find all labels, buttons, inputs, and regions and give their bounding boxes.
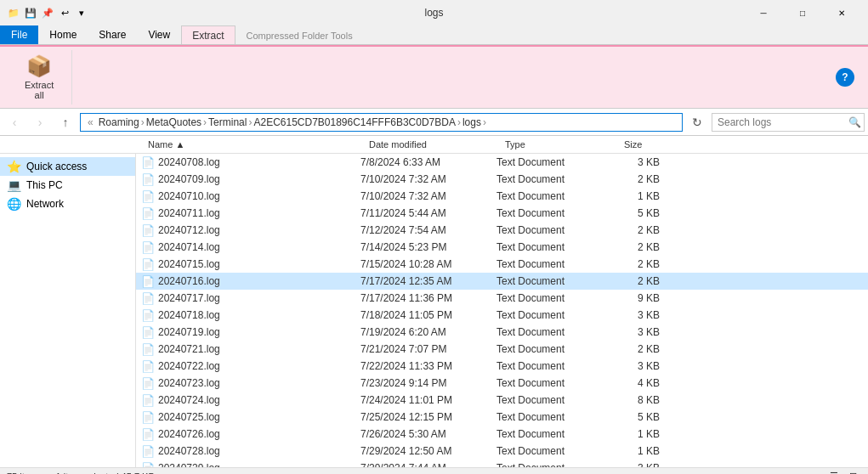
- refresh-button[interactable]: ↻: [686, 111, 708, 133]
- forward-button[interactable]: ›: [29, 111, 51, 133]
- file-size: 1 KB: [616, 445, 667, 457]
- table-row[interactable]: 📄20240716.log7/17/2024 12:35 AMText Docu…: [136, 273, 868, 290]
- file-type: Text Document: [496, 207, 616, 219]
- maximize-button[interactable]: □: [783, 0, 822, 25]
- extract-icon: 📦: [26, 54, 52, 78]
- table-row[interactable]: 📄20240708.log7/8/2024 6:33 AMText Docume…: [136, 154, 868, 171]
- address-bar: ‹ › ↑ « Roaming › MetaQuotes › Terminal …: [0, 109, 868, 136]
- file-date: 7/25/2024 12:15 PM: [360, 411, 496, 423]
- ribbon-group-extract: 📦 Extractall: [7, 50, 72, 104]
- file-size: 3 KB: [616, 326, 667, 338]
- file-size: 2 KB: [616, 275, 667, 287]
- window-title: logs: [424, 7, 443, 19]
- table-row[interactable]: 📄20240715.log7/15/2024 10:28 AMText Docu…: [136, 256, 868, 273]
- sidebar-label-quick-access: Quick access: [26, 161, 87, 172]
- table-row[interactable]: 📄20240729.log7/29/2024 7:44 AMText Docum…: [136, 460, 868, 467]
- file-date: 7/29/2024 12:50 AM: [360, 445, 496, 457]
- file-date: 7/29/2024 7:44 AM: [360, 462, 496, 467]
- file-name: 20240710.log: [156, 190, 360, 202]
- file-date: 7/23/2024 9:14 PM: [360, 377, 496, 389]
- close-button[interactable]: ✕: [822, 0, 861, 25]
- quick-access-undo[interactable]: ↩: [58, 6, 71, 20]
- table-row[interactable]: 📄20240725.log7/25/2024 12:15 PMText Docu…: [136, 409, 868, 426]
- table-row[interactable]: 📄20240709.log7/10/2024 7:32 AMText Docum…: [136, 171, 868, 188]
- sidebar-item-this-pc[interactable]: 💻 This PC: [0, 176, 135, 195]
- network-icon: 🌐: [7, 197, 21, 211]
- file-date: 7/19/2024 6:20 AM: [360, 326, 496, 338]
- file-size: 3 KB: [616, 309, 667, 321]
- extract-all-button[interactable]: 📦 Extractall: [17, 50, 61, 104]
- search-box[interactable]: 🔍: [712, 113, 865, 132]
- file-name: 20240729.log: [156, 462, 360, 467]
- file-list[interactable]: 📄20240708.log7/8/2024 6:33 AMText Docume…: [136, 154, 868, 467]
- file-type: Text Document: [496, 156, 616, 168]
- tab-home[interactable]: Home: [38, 25, 88, 44]
- tab-view[interactable]: View: [137, 25, 181, 44]
- up-button[interactable]: ↑: [54, 111, 77, 133]
- path-hash: A2EC615CD7B01896C14FFF6B3C0D7BDA: [253, 116, 455, 128]
- help-button[interactable]: ?: [836, 68, 854, 87]
- large-icons-view-button[interactable]: ⊞: [844, 469, 861, 475]
- log-file-icon: 📄: [139, 377, 156, 390]
- file-size: 8 KB: [616, 394, 667, 406]
- table-row[interactable]: 📄20240718.log7/18/2024 11:05 PMText Docu…: [136, 307, 868, 324]
- search-input[interactable]: [718, 116, 845, 128]
- file-type: Text Document: [496, 394, 616, 406]
- file-name: 20240715.log: [156, 258, 360, 270]
- tab-extract[interactable]: Extract: [181, 25, 235, 44]
- col-header-name[interactable]: Name ▲: [145, 138, 366, 151]
- table-row[interactable]: 📄20240723.log7/23/2024 9:14 PMText Docum…: [136, 375, 868, 392]
- path-logs: logs: [462, 116, 481, 128]
- col-header-size[interactable]: Size: [621, 138, 680, 151]
- path-roaming: Roaming: [99, 116, 139, 128]
- back-button[interactable]: ‹: [3, 111, 26, 133]
- table-row[interactable]: 📄20240717.log7/17/2024 11:36 PMText Docu…: [136, 290, 868, 307]
- file-size: 2 KB: [616, 173, 667, 185]
- view-buttons: ☰ ⊞: [825, 469, 861, 475]
- quick-access-pin[interactable]: 📌: [41, 6, 54, 20]
- table-row[interactable]: 📄20240712.log7/12/2024 7:54 AMText Docum…: [136, 222, 868, 239]
- file-date: 7/21/2024 7:07 PM: [360, 343, 496, 355]
- tab-file[interactable]: File: [0, 25, 38, 44]
- col-header-type[interactable]: Type: [502, 138, 621, 151]
- ribbon-content: 📦 Extractall ?: [0, 45, 868, 109]
- table-row[interactable]: 📄20240721.log7/21/2024 7:07 PMText Docum…: [136, 341, 868, 358]
- file-name: 20240719.log: [156, 326, 360, 338]
- file-size: 2 KB: [616, 241, 667, 253]
- table-row[interactable]: 📄20240724.log7/24/2024 11:01 PMText Docu…: [136, 392, 868, 409]
- table-row[interactable]: 📄20240719.log7/19/2024 6:20 AMText Docum…: [136, 324, 868, 341]
- file-date: 7/11/2024 5:44 AM: [360, 207, 496, 219]
- table-row[interactable]: 📄20240711.log7/11/2024 5:44 AMText Docum…: [136, 205, 868, 222]
- file-date: 7/24/2024 11:01 PM: [360, 394, 496, 406]
- table-row[interactable]: 📄20240722.log7/22/2024 11:33 PMText Docu…: [136, 358, 868, 375]
- log-file-icon: 📄: [139, 428, 156, 441]
- file-type: Text Document: [496, 292, 616, 304]
- quick-access-save[interactable]: 💾: [24, 6, 37, 20]
- address-path[interactable]: « Roaming › MetaQuotes › Terminal › A2EC…: [80, 113, 683, 132]
- table-row[interactable]: 📄20240714.log7/14/2024 5:23 PMText Docum…: [136, 239, 868, 256]
- col-header-date[interactable]: Date modified: [366, 138, 502, 151]
- sidebar-item-quick-access[interactable]: ⭐ Quick access: [0, 157, 135, 176]
- file-name: 20240709.log: [156, 173, 360, 185]
- tab-share[interactable]: Share: [88, 25, 137, 44]
- table-row[interactable]: 📄20240710.log7/10/2024 7:32 AMText Docum…: [136, 188, 868, 205]
- file-name: 20240708.log: [156, 156, 360, 168]
- table-row[interactable]: 📄20240728.log7/29/2024 12:50 AMText Docu…: [136, 443, 868, 460]
- sidebar: ⭐ Quick access 💻 This PC 🌐 Network: [0, 154, 136, 467]
- file-name: 20240725.log: [156, 411, 360, 423]
- table-row[interactable]: 📄20240726.log7/26/2024 5:30 AMText Docum…: [136, 426, 868, 443]
- sidebar-item-network[interactable]: 🌐 Network: [0, 195, 135, 213]
- file-name: 20240711.log: [156, 207, 360, 219]
- item-count: 75 items: [7, 471, 43, 475]
- file-date: 7/10/2024 7:32 AM: [360, 190, 496, 202]
- file-size: 4 KB: [616, 377, 667, 389]
- quick-access-icon: ⭐: [7, 160, 21, 173]
- details-view-button[interactable]: ☰: [825, 469, 842, 475]
- quick-access-dropdown[interactable]: ▾: [75, 6, 88, 20]
- tab-compressed-folder-tools[interactable]: Compressed Folder Tools: [235, 25, 364, 44]
- selected-info: 1 item selected 45.7 KB: [56, 471, 155, 475]
- log-file-icon: 📄: [139, 343, 156, 356]
- minimize-button[interactable]: ─: [744, 0, 783, 25]
- log-file-icon: 📄: [139, 173, 156, 186]
- file-size: 2 KB: [616, 343, 667, 355]
